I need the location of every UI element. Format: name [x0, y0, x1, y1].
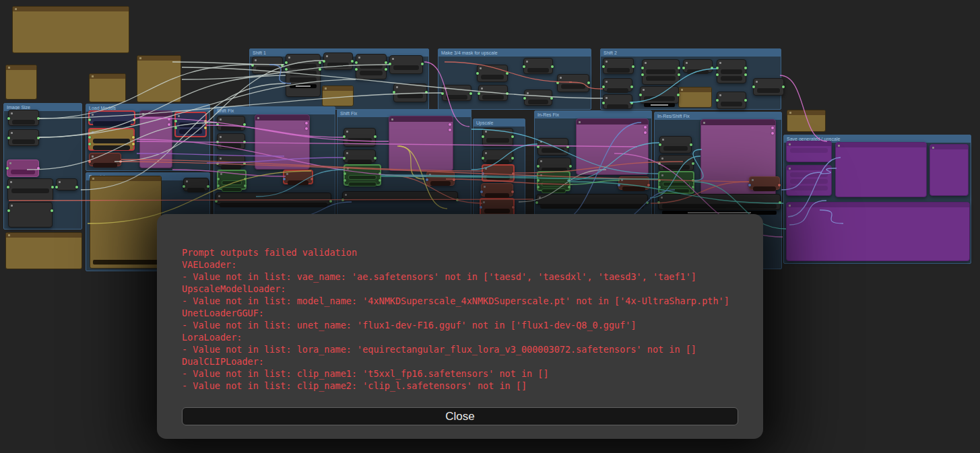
- node-widget[interactable]: [12, 139, 35, 144]
- graph-node[interactable]: [603, 58, 634, 74]
- node-widget[interactable]: [348, 182, 377, 186]
- graph-node[interactable]: [7, 178, 53, 201]
- input-port[interactable]: [523, 65, 525, 68]
- note-node[interactable]: [90, 176, 162, 269]
- input-port[interactable]: [55, 186, 58, 188]
- input-port[interactable]: [716, 67, 719, 69]
- graph-node[interactable]: [523, 58, 553, 74]
- node-widget[interactable]: [187, 188, 205, 193]
- note-node[interactable]: [678, 87, 712, 108]
- output-port[interactable]: [744, 67, 747, 69]
- node-widget[interactable]: [528, 100, 548, 104]
- graph-node[interactable]: [56, 178, 77, 190]
- output-port[interactable]: [311, 178, 313, 180]
- input-port[interactable]: [217, 178, 220, 180]
- node-widget[interactable]: [663, 165, 690, 170]
- node-widget[interactable]: [721, 76, 742, 81]
- output-port[interactable]: [646, 201, 649, 204]
- output-port[interactable]: [329, 200, 332, 203]
- node-widget[interactable]: [662, 204, 777, 209]
- input-port[interactable]: [482, 135, 484, 138]
- output-port[interactable]: [132, 143, 135, 145]
- output-port[interactable]: [630, 85, 633, 88]
- node-widget[interactable]: [622, 186, 645, 191]
- output-port[interactable]: [51, 209, 53, 212]
- graph-node[interactable]: [478, 85, 508, 101]
- input-port[interactable]: [716, 73, 719, 76]
- input-port[interactable]: [343, 135, 346, 138]
- input-port[interactable]: [537, 179, 540, 182]
- output-port[interactable]: [568, 179, 570, 182]
- output-port[interactable]: [132, 136, 135, 139]
- output-port[interactable]: [244, 184, 247, 187]
- graph-node[interactable]: [217, 170, 247, 190]
- node-widget[interactable]: [290, 77, 317, 82]
- image-preview-node[interactable]: [576, 118, 649, 175]
- input-port[interactable]: [355, 61, 358, 64]
- output-port[interactable]: [385, 61, 387, 64]
- output-port[interactable]: [351, 60, 354, 63]
- input-port[interactable]: [88, 136, 91, 139]
- graph-node[interactable]: [482, 149, 513, 163]
- output-port[interactable]: [678, 73, 680, 76]
- output-port[interactable]: [551, 65, 554, 68]
- input-port[interactable]: [88, 143, 91, 145]
- graph-node[interactable]: [342, 191, 458, 201]
- input-port[interactable]: [716, 99, 719, 102]
- output-port[interactable]: [305, 122, 308, 125]
- graph-node[interactable]: [344, 164, 381, 186]
- output-port[interactable]: [51, 186, 54, 188]
- node-widget[interactable]: [721, 102, 742, 106]
- node-widget[interactable]: [93, 163, 117, 168]
- input-port[interactable]: [748, 184, 751, 186]
- node-widget[interactable]: [484, 209, 510, 213]
- note-node[interactable]: [137, 55, 181, 102]
- node-widget[interactable]: [288, 180, 308, 185]
- output-port[interactable]: [469, 92, 472, 95]
- output-port[interactable]: [692, 162, 694, 165]
- graph-node[interactable]: [717, 92, 746, 109]
- output-port[interactable]: [678, 67, 680, 69]
- graph-node[interactable]: [717, 59, 746, 83]
- graph-node[interactable]: [356, 54, 387, 79]
- input-port[interactable]: [426, 178, 428, 181]
- input-port[interactable]: [323, 60, 325, 63]
- node-widget[interactable]: [481, 75, 504, 79]
- input-port[interactable]: [174, 127, 177, 129]
- input-port[interactable]: [658, 179, 661, 182]
- image-preview-node[interactable]: [139, 110, 172, 168]
- output-port[interactable]: [281, 64, 284, 67]
- node-widget[interactable]: [646, 76, 676, 81]
- node-widget[interactable]: [646, 69, 676, 74]
- node-widget[interactable]: [485, 193, 509, 198]
- graph-node[interactable]: [283, 170, 313, 184]
- input-port[interactable]: [641, 67, 644, 69]
- node-widget[interactable]: [397, 94, 423, 98]
- graph-node[interactable]: [8, 202, 53, 228]
- input-port[interactable]: [476, 72, 479, 75]
- input-port[interactable]: [344, 172, 346, 175]
- node-widget[interactable]: [757, 88, 780, 93]
- input-port[interactable]: [556, 81, 559, 84]
- input-port[interactable]: [283, 178, 286, 180]
- output-port[interactable]: [779, 201, 781, 204]
- graph-node[interactable]: [389, 55, 423, 74]
- input-port[interactable]: [657, 201, 660, 204]
- graph-node[interactable]: [658, 171, 694, 194]
- output-port[interactable]: [692, 186, 694, 188]
- node-widget[interactable]: [486, 138, 509, 143]
- node-widget[interactable]: [222, 180, 242, 185]
- node-widget[interactable]: [790, 148, 828, 153]
- input-port[interactable]: [658, 186, 661, 188]
- output-port[interactable]: [385, 68, 387, 71]
- input-port[interactable]: [659, 143, 661, 146]
- input-port[interactable]: [441, 92, 444, 95]
- graph-node[interactable]: [749, 176, 780, 190]
- input-port[interactable]: [174, 120, 177, 123]
- input-port[interactable]: [618, 184, 620, 186]
- node-widget[interactable]: [482, 95, 504, 100]
- input-port[interactable]: [602, 65, 605, 68]
- image-preview-node[interactable]: [786, 165, 832, 196]
- input-port[interactable]: [682, 67, 685, 69]
- node-widget[interactable]: [721, 69, 742, 74]
